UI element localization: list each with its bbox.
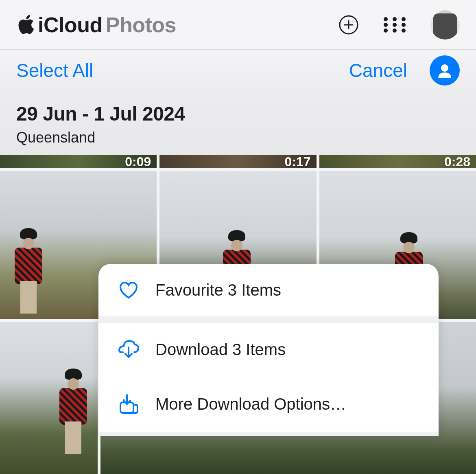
video-duration: 0:28 bbox=[444, 155, 470, 168]
cancel-button[interactable]: Cancel bbox=[349, 59, 407, 81]
sheet-separator bbox=[98, 432, 439, 436]
svg-point-4 bbox=[393, 17, 397, 21]
selection-toolbar: Select All Cancel bbox=[0, 50, 476, 91]
video-thumbnail[interactable]: 0:28 bbox=[319, 155, 476, 168]
app-grid-button[interactable] bbox=[383, 17, 406, 33]
album-header: 29 Jun - 1 Jul 2024 Queensland bbox=[0, 91, 476, 155]
video-thumbnail[interactable]: 0:09 bbox=[0, 155, 157, 168]
download-options-icon bbox=[118, 393, 139, 415]
sheet-separator bbox=[98, 316, 439, 323]
download-action[interactable]: Download 3 Items bbox=[98, 323, 439, 376]
toolbar-actions bbox=[338, 10, 460, 40]
svg-point-9 bbox=[384, 29, 388, 33]
heart-icon bbox=[118, 281, 139, 299]
favourite-label: Favourite 3 Items bbox=[155, 281, 281, 299]
video-duration: 0:09 bbox=[125, 155, 151, 168]
account-avatar[interactable] bbox=[430, 10, 460, 40]
apple-logo-icon bbox=[18, 15, 35, 35]
more-download-options-action[interactable]: More Download Options… bbox=[98, 376, 439, 432]
brand-photos-text: Photos bbox=[106, 13, 176, 37]
svg-point-3 bbox=[384, 17, 388, 21]
video-duration: 0:17 bbox=[285, 155, 311, 168]
brand[interactable]: iCloudPhotos bbox=[18, 13, 338, 37]
action-sheet: Favourite 3 Items Download 3 Items More … bbox=[98, 264, 439, 436]
favourite-action[interactable]: Favourite 3 Items bbox=[98, 264, 439, 316]
svg-point-11 bbox=[402, 29, 406, 33]
svg-point-7 bbox=[393, 23, 397, 27]
date-range: 29 Jun - 1 Jul 2024 bbox=[16, 103, 460, 125]
select-all-button[interactable]: Select All bbox=[16, 59, 349, 81]
svg-point-8 bbox=[402, 23, 406, 27]
video-thumbnail[interactable]: 0:17 bbox=[159, 155, 316, 168]
upload-button[interactable] bbox=[338, 15, 359, 35]
top-toolbar: iCloudPhotos bbox=[0, 0, 476, 50]
svg-point-12 bbox=[441, 64, 448, 72]
shared-user-badge[interactable] bbox=[430, 55, 460, 86]
svg-point-6 bbox=[384, 23, 388, 27]
svg-point-10 bbox=[393, 29, 397, 33]
photo-thumbnail[interactable] bbox=[0, 322, 98, 474]
brand-icloud-text: iCloud bbox=[38, 13, 103, 37]
location-label: Queensland bbox=[16, 129, 460, 146]
more-download-label: More Download Options… bbox=[155, 395, 346, 413]
download-label: Download 3 Items bbox=[155, 340, 286, 359]
cloud-download-icon bbox=[118, 340, 139, 359]
svg-point-5 bbox=[402, 17, 406, 21]
